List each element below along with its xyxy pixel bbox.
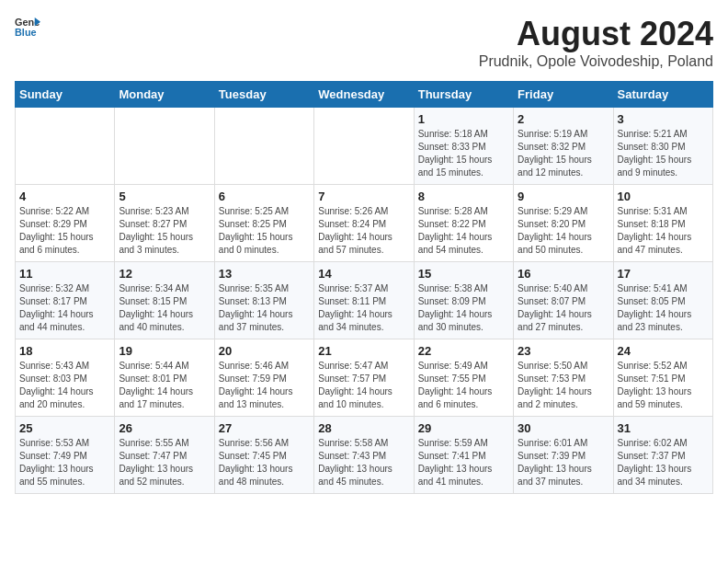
daylight-text: Daylight: 14 hours and 20 minutes. — [19, 386, 94, 409]
daylight-text: Daylight: 14 hours and 34 minutes. — [318, 309, 392, 332]
sunset-text: Sunset: 8:17 PM — [19, 296, 87, 306]
daylight-text: Daylight: 14 hours and 50 minutes. — [518, 232, 592, 255]
day-number: 18 — [19, 344, 110, 358]
table-row: 11Sunrise: 5:32 AMSunset: 8:17 PMDayligh… — [16, 262, 115, 339]
sunset-text: Sunset: 8:11 PM — [318, 296, 386, 306]
day-number: 28 — [318, 421, 409, 435]
day-number: 24 — [618, 344, 709, 358]
sunrise-text: Sunrise: 5:29 AM — [518, 206, 587, 216]
sunset-text: Sunset: 8:22 PM — [418, 219, 486, 229]
sunset-text: Sunset: 7:47 PM — [119, 451, 187, 461]
sunrise-text: Sunrise: 5:52 AM — [618, 361, 688, 371]
day-number: 1 — [418, 112, 509, 126]
daylight-text: Daylight: 14 hours and 2 minutes. — [518, 386, 592, 409]
sunrise-text: Sunrise: 5:56 AM — [219, 438, 289, 448]
table-row: 8Sunrise: 5:28 AMSunset: 8:22 PMDaylight… — [414, 185, 513, 262]
sunset-text: Sunset: 8:03 PM — [19, 373, 87, 384]
daylight-text: Daylight: 15 hours and 6 minutes. — [19, 232, 94, 255]
daylight-text: Daylight: 15 hours and 15 minutes. — [418, 155, 493, 178]
day-info: Sunrise: 5:46 AMSunset: 7:59 PMDaylight:… — [219, 360, 310, 411]
sunset-text: Sunset: 8:33 PM — [418, 142, 486, 152]
sunrise-text: Sunrise: 5:37 AM — [318, 283, 388, 293]
sunrise-text: Sunrise: 5:28 AM — [418, 206, 488, 216]
daylight-text: Daylight: 13 hours and 52 minutes. — [119, 464, 193, 487]
sunrise-text: Sunrise: 5:44 AM — [119, 361, 188, 371]
daylight-text: Daylight: 15 hours and 0 minutes. — [219, 232, 293, 255]
logo-icon: General Blue — [15, 15, 40, 40]
sunset-text: Sunset: 7:37 PM — [618, 451, 686, 461]
sunset-text: Sunset: 8:07 PM — [518, 296, 586, 306]
day-info: Sunrise: 5:21 AMSunset: 8:30 PMDaylight:… — [618, 128, 709, 179]
day-number: 8 — [418, 190, 509, 203]
day-number: 19 — [119, 344, 210, 358]
day-info: Sunrise: 5:22 AMSunset: 8:29 PMDaylight:… — [19, 205, 110, 257]
sunrise-text: Sunrise: 5:46 AM — [219, 361, 289, 371]
table-row: 9Sunrise: 5:29 AMSunset: 8:20 PMDaylight… — [514, 185, 613, 262]
day-info: Sunrise: 5:41 AMSunset: 8:05 PMDaylight:… — [618, 282, 709, 334]
table-row: 31Sunrise: 6:02 AMSunset: 7:37 PMDayligh… — [613, 417, 712, 494]
sunrise-text: Sunrise: 5:40 AM — [518, 283, 587, 293]
title-section: August 2024 Prudnik, Opole Voivodeship, … — [479, 15, 713, 70]
day-info: Sunrise: 5:31 AMSunset: 8:18 PMDaylight:… — [618, 205, 709, 257]
table-row: 23Sunrise: 5:50 AMSunset: 7:53 PMDayligh… — [514, 339, 613, 417]
day-number: 15 — [418, 267, 509, 281]
calendar: Sunday Monday Tuesday Wednesday Thursday… — [15, 81, 713, 494]
sunrise-text: Sunrise: 5:59 AM — [418, 438, 488, 448]
table-row: 27Sunrise: 5:56 AMSunset: 7:45 PMDayligh… — [214, 417, 313, 494]
table-row: 16Sunrise: 5:40 AMSunset: 8:07 PMDayligh… — [514, 262, 613, 339]
sunset-text: Sunset: 8:18 PM — [618, 219, 686, 229]
daylight-text: Daylight: 14 hours and 13 minutes. — [219, 386, 293, 409]
day-info: Sunrise: 5:18 AMSunset: 8:33 PMDaylight:… — [418, 128, 509, 179]
daylight-text: Daylight: 14 hours and 37 minutes. — [219, 309, 293, 332]
day-info: Sunrise: 5:47 AMSunset: 7:57 PMDaylight:… — [318, 360, 409, 411]
sunrise-text: Sunrise: 5:53 AM — [19, 438, 89, 448]
calendar-week-row: 25Sunrise: 5:53 AMSunset: 7:49 PMDayligh… — [16, 417, 713, 494]
table-row: 26Sunrise: 5:55 AMSunset: 7:47 PMDayligh… — [115, 417, 214, 494]
sunset-text: Sunset: 7:57 PM — [318, 373, 386, 384]
sunrise-text: Sunrise: 5:31 AM — [618, 206, 688, 216]
daylight-text: Daylight: 13 hours and 59 minutes. — [618, 386, 692, 409]
sunset-text: Sunset: 7:45 PM — [219, 451, 287, 461]
sunset-text: Sunset: 7:39 PM — [518, 451, 586, 461]
day-number: 29 — [418, 421, 509, 435]
table-row: 15Sunrise: 5:38 AMSunset: 8:09 PMDayligh… — [414, 262, 513, 339]
day-info: Sunrise: 5:19 AMSunset: 8:32 PMDaylight:… — [518, 128, 609, 179]
day-number: 23 — [518, 344, 609, 358]
daylight-text: Daylight: 13 hours and 34 minutes. — [618, 464, 692, 487]
table-row: 18Sunrise: 5:43 AMSunset: 8:03 PMDayligh… — [16, 339, 115, 417]
sunset-text: Sunset: 7:53 PM — [518, 373, 586, 384]
sunset-text: Sunset: 7:55 PM — [418, 373, 486, 384]
day-number: 31 — [618, 421, 709, 435]
day-info: Sunrise: 5:56 AMSunset: 7:45 PMDaylight:… — [219, 437, 310, 488]
daylight-text: Daylight: 13 hours and 55 minutes. — [19, 464, 94, 487]
header-saturday: Saturday — [613, 82, 712, 108]
sunrise-text: Sunrise: 5:25 AM — [219, 206, 289, 216]
header: General Blue August 2024 Prudnik, Opole … — [15, 15, 713, 70]
table-row: 20Sunrise: 5:46 AMSunset: 7:59 PMDayligh… — [214, 339, 313, 417]
day-number: 21 — [318, 344, 409, 358]
day-info: Sunrise: 5:34 AMSunset: 8:15 PMDaylight:… — [119, 282, 210, 334]
day-number: 22 — [418, 344, 509, 358]
daylight-text: Daylight: 13 hours and 37 minutes. — [518, 464, 592, 487]
sunrise-text: Sunrise: 5:41 AM — [618, 283, 688, 293]
day-number: 6 — [219, 190, 310, 203]
sunset-text: Sunset: 8:24 PM — [318, 219, 386, 229]
sunrise-text: Sunrise: 5:18 AM — [418, 129, 488, 139]
day-number: 26 — [119, 421, 210, 435]
daylight-text: Daylight: 14 hours and 54 minutes. — [418, 232, 493, 255]
table-row: 29Sunrise: 5:59 AMSunset: 7:41 PMDayligh… — [414, 417, 513, 494]
daylight-text: Daylight: 14 hours and 17 minutes. — [119, 386, 193, 409]
sunset-text: Sunset: 8:27 PM — [119, 219, 187, 229]
day-info: Sunrise: 5:40 AMSunset: 8:07 PMDaylight:… — [518, 282, 609, 334]
day-number: 27 — [219, 421, 310, 435]
day-info: Sunrise: 5:52 AMSunset: 7:51 PMDaylight:… — [618, 360, 709, 411]
svg-text:Blue: Blue — [15, 27, 37, 38]
sunset-text: Sunset: 8:05 PM — [618, 296, 686, 306]
daylight-text: Daylight: 13 hours and 48 minutes. — [219, 464, 293, 487]
table-row: 7Sunrise: 5:26 AMSunset: 8:24 PMDaylight… — [314, 185, 414, 262]
sunrise-text: Sunrise: 5:22 AM — [19, 206, 89, 216]
sunset-text: Sunset: 7:59 PM — [219, 373, 287, 384]
table-row — [16, 108, 115, 185]
table-row: 2Sunrise: 5:19 AMSunset: 8:32 PMDaylight… — [514, 108, 613, 185]
table-row: 4Sunrise: 5:22 AMSunset: 8:29 PMDaylight… — [16, 185, 115, 262]
